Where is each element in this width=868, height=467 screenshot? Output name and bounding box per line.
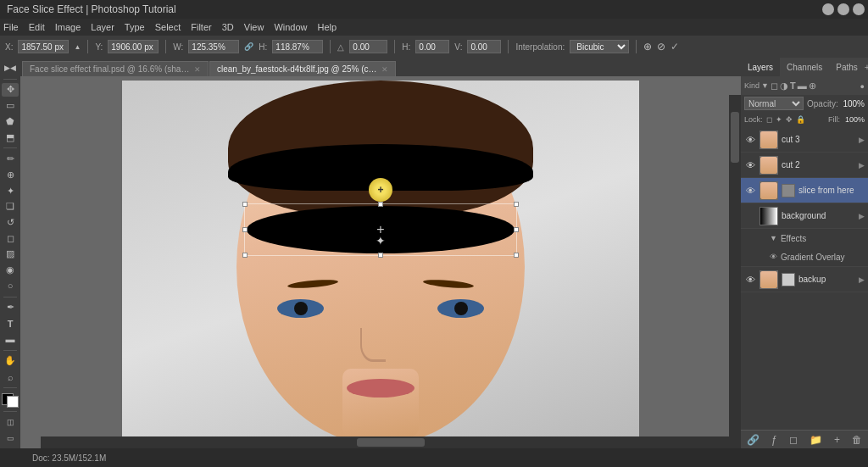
interpolation-select[interactable]: Bicubic Bilinear Nearest Neighbor <box>570 40 629 53</box>
menu-edit[interactable]: Edit <box>29 22 45 32</box>
vertical-scrollbar[interactable] <box>729 95 741 436</box>
menu-file[interactable]: File <box>3 22 19 32</box>
crop-tool[interactable] <box>2 131 19 145</box>
cancel-transform-icon[interactable]: ⊘ <box>657 41 665 53</box>
delete-layer-btn[interactable]: 🗑 <box>852 434 862 446</box>
toolbar-arrow-btn[interactable]: ▶◀ <box>2 61 19 75</box>
add-mask-btn[interactable]: ◻ <box>789 434 798 446</box>
handle-top-left[interactable] <box>242 202 248 207</box>
menu-view[interactable]: View <box>244 22 264 32</box>
tab-close-1[interactable]: ✕ <box>381 65 388 74</box>
layer-visibility-backup[interactable]: 👁 <box>744 274 756 286</box>
blend-mode-select[interactable]: Normal Multiply Screen Overlay <box>744 97 804 110</box>
filter-type-icon[interactable]: T <box>790 81 796 91</box>
menu-help[interactable]: Help <box>318 22 337 32</box>
stamp-tool[interactable] <box>2 199 19 214</box>
maximize-btn[interactable] <box>837 3 849 15</box>
tab-0[interactable]: Face slice effect final.psd @ 16.6% (sha… <box>22 61 209 76</box>
color-swatches[interactable] <box>2 393 19 408</box>
menu-image[interactable]: Image <box>55 22 81 32</box>
layer-visibility-cut3[interactable]: 👁 <box>744 134 756 146</box>
selection-tool[interactable] <box>2 98 19 113</box>
filter-smart-icon[interactable]: ⊕ <box>809 81 816 92</box>
tab-layers[interactable]: Layers <box>741 58 780 76</box>
eraser-tool[interactable] <box>2 231 19 246</box>
dodge-tool[interactable] <box>2 279 19 293</box>
pen-tool[interactable] <box>2 301 19 315</box>
layer-item-backup[interactable]: 👁 backup ▶ <box>741 267 868 292</box>
filter-toggle[interactable]: ● <box>860 81 865 91</box>
horizontal-scrollbar[interactable] <box>41 436 741 448</box>
zoom-tool[interactable] <box>2 370 19 384</box>
move-tool[interactable] <box>2 83 19 97</box>
effect-gradient-overlay[interactable]: 👁 Gradient Overlay <box>766 247 868 266</box>
tab-close-0[interactable]: ✕ <box>194 65 201 74</box>
handle-top-center[interactable] <box>378 202 383 207</box>
text-tool[interactable] <box>2 316 19 331</box>
layer-item-slice[interactable]: 👁 slice from here <box>741 178 868 203</box>
window-controls[interactable] <box>822 3 865 15</box>
quick-mask-btn[interactable]: ◫ <box>2 414 19 429</box>
warp-icon[interactable]: ⊕ <box>643 41 652 53</box>
selection-transform-box[interactable]: + ✦ <box>244 203 517 256</box>
layer-item-cut2[interactable]: 👁 cut 2 ▶ <box>741 153 868 178</box>
effects-header[interactable]: ▼ Effects <box>766 229 868 247</box>
handle-bottom-right[interactable] <box>514 253 519 258</box>
filter-pixel-icon[interactable]: ◻ <box>771 81 778 92</box>
new-layer-btn[interactable]: + <box>834 434 840 446</box>
layer-item-cut3[interactable]: 👁 cut 3 ▶ <box>741 127 868 153</box>
effect-eye-icon[interactable]: 👁 <box>770 253 777 261</box>
background-color[interactable] <box>7 396 19 408</box>
brush-tool[interactable] <box>2 184 19 198</box>
handle-bottom-center[interactable] <box>378 253 383 258</box>
layer-visibility-slice[interactable]: 👁 <box>744 185 756 197</box>
y-input[interactable] <box>108 40 159 53</box>
menu-layer[interactable]: Layer <box>91 22 114 32</box>
add-style-btn[interactable]: ƒ <box>771 434 777 446</box>
opacity-value[interactable]: 100% <box>843 99 865 108</box>
v-scroll-thumb[interactable] <box>731 112 739 163</box>
close-btn[interactable] <box>853 3 865 15</box>
lock-all-icon[interactable]: 🔒 <box>796 115 805 124</box>
shape-tool[interactable] <box>2 332 19 347</box>
new-group-btn[interactable]: 📁 <box>810 434 822 446</box>
handle-middle-left[interactable] <box>242 227 248 232</box>
rot-input[interactable] <box>349 40 387 53</box>
tab-1[interactable]: clean_by_faestock-d4tx8lf.jpg @ 25% (cut… <box>209 61 396 76</box>
fill-value[interactable]: 100% <box>845 115 865 124</box>
lock-image-icon[interactable]: ✦ <box>776 115 782 124</box>
menu-type[interactable]: Type <box>125 22 145 32</box>
tab-paths[interactable]: Paths <box>829 58 865 76</box>
panel-add-icon[interactable]: + <box>865 62 868 72</box>
eyedropper-tool[interactable] <box>2 152 19 166</box>
v-input[interactable] <box>467 40 501 53</box>
layer-item-background[interactable]: 👁 background ▶ <box>741 203 868 229</box>
lasso-tool[interactable] <box>2 114 19 129</box>
filter-adjust-icon[interactable]: ◑ <box>780 81 788 92</box>
filter-kind-dropdown[interactable]: ▼ <box>761 81 769 90</box>
menu-3d[interactable]: 3D <box>222 22 234 32</box>
handle-top-right[interactable] <box>514 202 519 207</box>
h-scroll-thumb[interactable] <box>357 438 425 447</box>
w-input[interactable] <box>188 40 239 53</box>
lock-transparent-icon[interactable]: ◻ <box>766 115 772 124</box>
confirm-transform-icon[interactable]: ✓ <box>670 41 679 53</box>
hand-tool[interactable] <box>2 354 19 369</box>
menu-filter[interactable]: Filter <box>191 22 211 32</box>
blur-tool[interactable] <box>2 263 19 277</box>
handle-bottom-left[interactable] <box>242 253 248 258</box>
healing-tool[interactable] <box>2 168 19 182</box>
layer-visibility-cut2[interactable]: 👁 <box>744 159 756 171</box>
history-tool[interactable] <box>2 215 19 230</box>
filter-shape-icon[interactable]: ▬ <box>798 81 807 91</box>
h2-input[interactable] <box>415 40 449 53</box>
link-layers-btn[interactable]: 🔗 <box>747 434 760 446</box>
screen-mode-btn[interactable]: ▭ <box>2 431 19 445</box>
minimize-btn[interactable] <box>822 3 834 15</box>
handle-middle-right[interactable] <box>514 227 519 232</box>
h-input[interactable] <box>272 40 323 53</box>
menu-window[interactable]: Window <box>274 22 307 32</box>
lock-position-icon[interactable]: ✥ <box>786 115 793 124</box>
gradient-tool[interactable] <box>2 247 19 262</box>
menu-select[interactable]: Select <box>155 22 181 32</box>
